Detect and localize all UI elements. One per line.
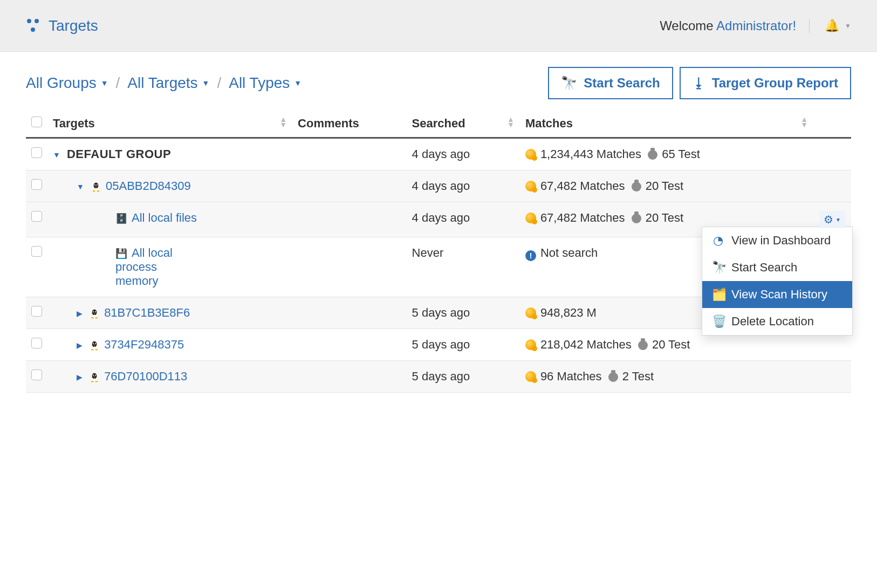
expand-toggle[interactable] <box>53 151 60 159</box>
page-title: Targets <box>49 17 98 35</box>
targets-filter[interactable]: All Targets▼ <box>127 74 209 92</box>
comments-cell <box>292 297 406 329</box>
row-checkbox[interactable] <box>31 179 42 190</box>
welcome-prefix: Welcome <box>660 18 716 33</box>
start-search-button[interactable]: 🔭 Start Search <box>548 67 673 99</box>
row-checkbox[interactable] <box>31 370 42 380</box>
host-link[interactable]: 3734F2948375 <box>104 338 184 351</box>
matches-icon <box>525 339 536 350</box>
svg-point-10 <box>92 310 97 316</box>
pie-chart-icon: ◔ <box>712 234 724 248</box>
table-row: DEFAULT GROUP4 days ago1,234,443 Matches… <box>26 138 851 170</box>
comments-cell <box>292 202 406 237</box>
host-link[interactable]: 05ABB2D84309 <box>106 179 191 193</box>
target-group-report-button[interactable]: ⭳ Target Group Report <box>680 67 851 99</box>
binoculars-icon: 🔭 <box>561 76 577 91</box>
svg-point-32 <box>93 375 94 376</box>
linux-icon <box>91 181 101 192</box>
svg-point-25 <box>91 349 94 351</box>
notifications-icon[interactable]: 🔔 <box>825 19 839 33</box>
row-actions-button[interactable]: ⚙▼ <box>819 211 845 228</box>
app-logo-icon <box>26 19 40 33</box>
table-row: 🗄️All local files4 days ago67,482 Matche… <box>26 202 851 237</box>
matches-icon <box>525 307 536 318</box>
breadcrumb-separator: / <box>116 74 120 92</box>
group-report-label: Target Group Report <box>712 76 838 91</box>
caret-down-icon: ▼ <box>202 79 210 87</box>
menu-delete-location[interactable]: 🗑️Delete Location <box>702 308 852 335</box>
matches-cell: 67,482 Matches 20 Test <box>520 170 813 202</box>
groups-filter[interactable]: All Groups▼ <box>26 74 108 92</box>
searched-cell: 4 days ago <box>407 202 520 237</box>
row-checkbox[interactable] <box>31 246 42 257</box>
table-row: 76D70100D1135 days ago96 Matches 2 Test <box>26 361 851 393</box>
svg-point-16 <box>91 317 94 319</box>
trash-icon: 🗑️ <box>712 314 724 329</box>
user-link[interactable]: Administrator! <box>716 18 796 33</box>
searched-cell: 5 days ago <box>407 329 520 361</box>
linux-icon <box>89 372 100 382</box>
row-actions-menu: ◔View in Dashboard🔭Start Search🗂️View Sc… <box>702 227 852 335</box>
col-searched[interactable]: Searched▲▼ <box>407 110 520 138</box>
comments-cell <box>292 170 406 202</box>
test-icon <box>648 150 657 160</box>
svg-point-8 <box>97 190 99 192</box>
test-icon <box>632 214 641 223</box>
targets-table: Targets▲▼ Comments Searched▲▼ Matches▲▼ … <box>26 110 851 393</box>
col-targets[interactable]: Targets▲▼ <box>47 110 292 138</box>
comments-cell <box>292 138 406 170</box>
expand-toggle[interactable] <box>77 182 84 191</box>
menu-view-dashboard[interactable]: ◔View in Dashboard <box>702 227 852 254</box>
download-icon: ⭳ <box>693 76 705 91</box>
matches-icon <box>525 371 536 382</box>
table-row: 05ABB2D843094 days ago67,482 Matches 20 … <box>26 170 851 202</box>
menu-view-scan-history[interactable]: 🗂️View Scan History <box>702 281 852 308</box>
searched-cell: 4 days ago <box>407 170 520 202</box>
notifications-caret-icon[interactable]: ▼ <box>845 22 851 30</box>
history-icon: 🗂️ <box>712 288 724 302</box>
comments-cell <box>292 329 406 361</box>
types-filter[interactable]: All Types▼ <box>229 74 302 92</box>
expand-toggle[interactable] <box>77 373 83 381</box>
searched-cell: 5 days ago <box>407 297 520 329</box>
col-comments[interactable]: Comments <box>292 110 406 138</box>
row-checkbox[interactable] <box>31 306 42 317</box>
expand-toggle[interactable] <box>77 309 83 318</box>
row-checkbox[interactable] <box>31 147 42 158</box>
matches-icon <box>525 149 536 160</box>
matches-icon <box>525 181 536 192</box>
searched-cell: Never <box>407 237 520 297</box>
row-checkbox[interactable] <box>31 338 42 348</box>
location-link[interactable]: All local files <box>132 211 197 224</box>
topbar: Targets Welcome Administrator! 🔔 ▼ <box>0 0 877 52</box>
drive-icon: 🗄️ <box>115 213 127 224</box>
sort-icon: ▲▼ <box>507 117 515 127</box>
row-checkbox[interactable] <box>31 211 42 222</box>
svg-point-19 <box>92 341 97 347</box>
col-matches[interactable]: Matches▲▼ <box>520 110 813 138</box>
expand-toggle[interactable] <box>77 341 83 350</box>
host-link[interactable]: 76D70100D113 <box>104 370 187 383</box>
matches-icon <box>525 213 536 223</box>
breadcrumb: All Groups▼ / All Targets▼ / All Types▼ <box>26 74 302 92</box>
matches-cell: 1,234,443 Matches 65 Test <box>520 138 813 170</box>
linux-icon <box>89 340 100 351</box>
test-icon <box>632 182 641 192</box>
sort-icon: ▲▼ <box>279 117 287 127</box>
welcome-text: Welcome Administrator! <box>660 18 796 33</box>
searched-cell: 5 days ago <box>407 361 520 393</box>
svg-point-15 <box>95 312 96 312</box>
test-icon <box>638 340 648 350</box>
svg-point-24 <box>95 344 96 344</box>
test-icon <box>608 372 618 382</box>
svg-point-17 <box>95 317 98 319</box>
alert-icon: ! <box>525 250 536 261</box>
sort-icon: ▲▼ <box>800 117 808 127</box>
menu-start-search[interactable]: 🔭Start Search <box>702 254 852 281</box>
svg-point-35 <box>95 381 98 382</box>
svg-point-7 <box>93 190 95 192</box>
svg-point-6 <box>97 185 97 186</box>
host-link[interactable]: 81B7C1B3E8F6 <box>104 306 190 319</box>
breadcrumb-separator: / <box>217 74 221 92</box>
select-all-checkbox[interactable] <box>31 117 42 127</box>
